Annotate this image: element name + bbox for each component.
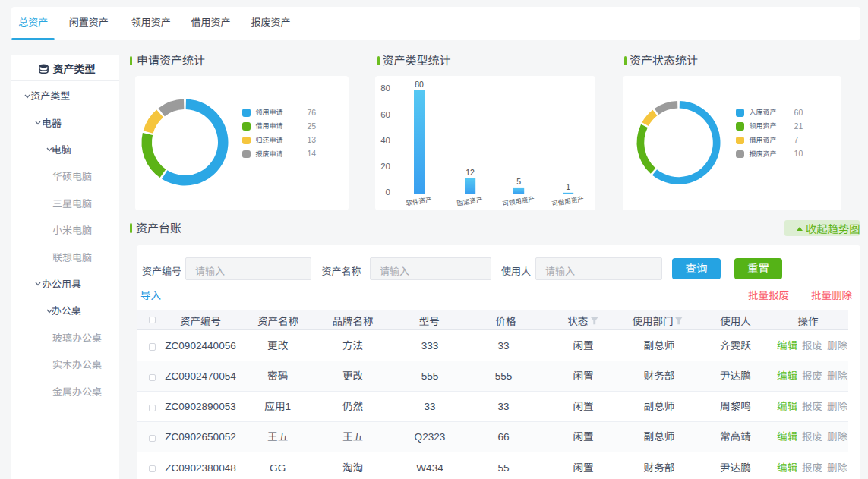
svg-text:固定资产: 固定资产 xyxy=(456,196,484,207)
svg-text:可领用资产: 可领用资产 xyxy=(502,195,535,208)
svg-text:20: 20 xyxy=(380,162,390,171)
svg-text:60: 60 xyxy=(380,110,390,119)
svg-text:40: 40 xyxy=(380,136,390,145)
svg-text:80: 80 xyxy=(380,84,390,93)
svg-text:5: 5 xyxy=(516,177,521,186)
svg-text:12: 12 xyxy=(466,168,475,177)
svg-text:80: 80 xyxy=(415,80,424,89)
svg-text:软件资产: 软件资产 xyxy=(406,196,433,207)
svg-text:0: 0 xyxy=(386,188,390,197)
svg-text:1: 1 xyxy=(566,182,570,191)
svg-text:可借用资产: 可借用资产 xyxy=(551,195,585,208)
